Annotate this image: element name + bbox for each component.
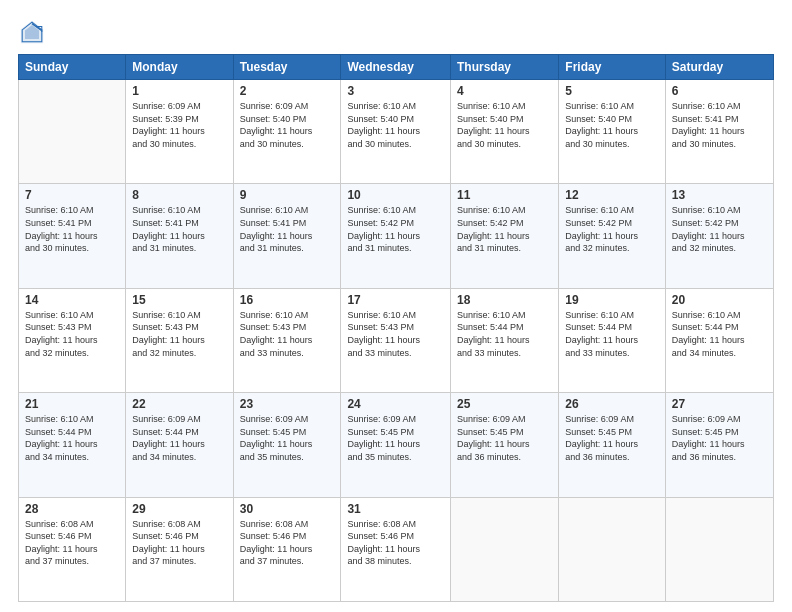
- day-info: Sunrise: 6:09 AM Sunset: 5:44 PM Dayligh…: [132, 413, 226, 463]
- calendar-cell: 22Sunrise: 6:09 AM Sunset: 5:44 PM Dayli…: [126, 393, 233, 497]
- day-number: 1: [132, 84, 226, 98]
- day-info: Sunrise: 6:09 AM Sunset: 5:39 PM Dayligh…: [132, 100, 226, 150]
- day-info: Sunrise: 6:10 AM Sunset: 5:43 PM Dayligh…: [347, 309, 444, 359]
- day-number: 10: [347, 188, 444, 202]
- logo: [18, 18, 50, 46]
- calendar-cell: 10Sunrise: 6:10 AM Sunset: 5:42 PM Dayli…: [341, 184, 451, 288]
- day-number: 8: [132, 188, 226, 202]
- header-row: Sunday Monday Tuesday Wednesday Thursday…: [19, 55, 774, 80]
- calendar-cell: 18Sunrise: 6:10 AM Sunset: 5:44 PM Dayli…: [451, 288, 559, 392]
- day-info: Sunrise: 6:10 AM Sunset: 5:42 PM Dayligh…: [457, 204, 552, 254]
- calendar-cell: 26Sunrise: 6:09 AM Sunset: 5:45 PM Dayli…: [559, 393, 666, 497]
- day-info: Sunrise: 6:10 AM Sunset: 5:40 PM Dayligh…: [565, 100, 659, 150]
- calendar-cell: 2Sunrise: 6:09 AM Sunset: 5:40 PM Daylig…: [233, 80, 341, 184]
- calendar-cell: 31Sunrise: 6:08 AM Sunset: 5:46 PM Dayli…: [341, 497, 451, 601]
- day-info: Sunrise: 6:10 AM Sunset: 5:41 PM Dayligh…: [25, 204, 119, 254]
- day-info: Sunrise: 6:09 AM Sunset: 5:45 PM Dayligh…: [347, 413, 444, 463]
- day-number: 7: [25, 188, 119, 202]
- day-number: 25: [457, 397, 552, 411]
- calendar-cell: 30Sunrise: 6:08 AM Sunset: 5:46 PM Dayli…: [233, 497, 341, 601]
- day-number: 13: [672, 188, 767, 202]
- week-row-2: 7Sunrise: 6:10 AM Sunset: 5:41 PM Daylig…: [19, 184, 774, 288]
- col-saturday: Saturday: [665, 55, 773, 80]
- day-info: Sunrise: 6:10 AM Sunset: 5:44 PM Dayligh…: [565, 309, 659, 359]
- day-number: 14: [25, 293, 119, 307]
- week-row-5: 28Sunrise: 6:08 AM Sunset: 5:46 PM Dayli…: [19, 497, 774, 601]
- calendar-cell: 12Sunrise: 6:10 AM Sunset: 5:42 PM Dayli…: [559, 184, 666, 288]
- day-info: Sunrise: 6:08 AM Sunset: 5:46 PM Dayligh…: [25, 518, 119, 568]
- day-number: 15: [132, 293, 226, 307]
- day-number: 12: [565, 188, 659, 202]
- day-number: 21: [25, 397, 119, 411]
- day-info: Sunrise: 6:10 AM Sunset: 5:43 PM Dayligh…: [25, 309, 119, 359]
- calendar-cell: 13Sunrise: 6:10 AM Sunset: 5:42 PM Dayli…: [665, 184, 773, 288]
- calendar-cell: 3Sunrise: 6:10 AM Sunset: 5:40 PM Daylig…: [341, 80, 451, 184]
- day-number: 29: [132, 502, 226, 516]
- day-number: 20: [672, 293, 767, 307]
- calendar-cell: 29Sunrise: 6:08 AM Sunset: 5:46 PM Dayli…: [126, 497, 233, 601]
- day-number: 6: [672, 84, 767, 98]
- calendar-cell: 24Sunrise: 6:09 AM Sunset: 5:45 PM Dayli…: [341, 393, 451, 497]
- calendar-cell: 6Sunrise: 6:10 AM Sunset: 5:41 PM Daylig…: [665, 80, 773, 184]
- day-number: 27: [672, 397, 767, 411]
- day-number: 9: [240, 188, 335, 202]
- day-number: 11: [457, 188, 552, 202]
- calendar-cell: 14Sunrise: 6:10 AM Sunset: 5:43 PM Dayli…: [19, 288, 126, 392]
- day-number: 2: [240, 84, 335, 98]
- calendar-cell: [19, 80, 126, 184]
- day-number: 26: [565, 397, 659, 411]
- calendar-cell: 17Sunrise: 6:10 AM Sunset: 5:43 PM Dayli…: [341, 288, 451, 392]
- calendar-cell: 21Sunrise: 6:10 AM Sunset: 5:44 PM Dayli…: [19, 393, 126, 497]
- day-info: Sunrise: 6:10 AM Sunset: 5:41 PM Dayligh…: [672, 100, 767, 150]
- day-info: Sunrise: 6:08 AM Sunset: 5:46 PM Dayligh…: [240, 518, 335, 568]
- day-number: 31: [347, 502, 444, 516]
- day-info: Sunrise: 6:10 AM Sunset: 5:40 PM Dayligh…: [457, 100, 552, 150]
- day-info: Sunrise: 6:10 AM Sunset: 5:44 PM Dayligh…: [672, 309, 767, 359]
- col-sunday: Sunday: [19, 55, 126, 80]
- day-number: 28: [25, 502, 119, 516]
- calendar-cell: [559, 497, 666, 601]
- day-number: 30: [240, 502, 335, 516]
- day-info: Sunrise: 6:10 AM Sunset: 5:44 PM Dayligh…: [25, 413, 119, 463]
- day-info: Sunrise: 6:09 AM Sunset: 5:45 PM Dayligh…: [240, 413, 335, 463]
- day-info: Sunrise: 6:10 AM Sunset: 5:43 PM Dayligh…: [132, 309, 226, 359]
- calendar-cell: 28Sunrise: 6:08 AM Sunset: 5:46 PM Dayli…: [19, 497, 126, 601]
- day-info: Sunrise: 6:10 AM Sunset: 5:42 PM Dayligh…: [347, 204, 444, 254]
- day-number: 3: [347, 84, 444, 98]
- calendar-cell: 8Sunrise: 6:10 AM Sunset: 5:41 PM Daylig…: [126, 184, 233, 288]
- calendar-cell: 15Sunrise: 6:10 AM Sunset: 5:43 PM Dayli…: [126, 288, 233, 392]
- day-info: Sunrise: 6:09 AM Sunset: 5:45 PM Dayligh…: [457, 413, 552, 463]
- week-row-1: 1Sunrise: 6:09 AM Sunset: 5:39 PM Daylig…: [19, 80, 774, 184]
- day-number: 19: [565, 293, 659, 307]
- day-info: Sunrise: 6:09 AM Sunset: 5:45 PM Dayligh…: [565, 413, 659, 463]
- calendar-cell: 7Sunrise: 6:10 AM Sunset: 5:41 PM Daylig…: [19, 184, 126, 288]
- calendar-cell: [665, 497, 773, 601]
- day-info: Sunrise: 6:10 AM Sunset: 5:42 PM Dayligh…: [565, 204, 659, 254]
- col-friday: Friday: [559, 55, 666, 80]
- day-info: Sunrise: 6:10 AM Sunset: 5:41 PM Dayligh…: [240, 204, 335, 254]
- day-number: 17: [347, 293, 444, 307]
- col-monday: Monday: [126, 55, 233, 80]
- day-number: 22: [132, 397, 226, 411]
- calendar-cell: [451, 497, 559, 601]
- calendar-cell: 11Sunrise: 6:10 AM Sunset: 5:42 PM Dayli…: [451, 184, 559, 288]
- day-info: Sunrise: 6:10 AM Sunset: 5:41 PM Dayligh…: [132, 204, 226, 254]
- calendar-cell: 23Sunrise: 6:09 AM Sunset: 5:45 PM Dayli…: [233, 393, 341, 497]
- week-row-4: 21Sunrise: 6:10 AM Sunset: 5:44 PM Dayli…: [19, 393, 774, 497]
- calendar-table: Sunday Monday Tuesday Wednesday Thursday…: [18, 54, 774, 602]
- week-row-3: 14Sunrise: 6:10 AM Sunset: 5:43 PM Dayli…: [19, 288, 774, 392]
- calendar-cell: 16Sunrise: 6:10 AM Sunset: 5:43 PM Dayli…: [233, 288, 341, 392]
- day-info: Sunrise: 6:10 AM Sunset: 5:43 PM Dayligh…: [240, 309, 335, 359]
- calendar-cell: 9Sunrise: 6:10 AM Sunset: 5:41 PM Daylig…: [233, 184, 341, 288]
- day-number: 24: [347, 397, 444, 411]
- day-info: Sunrise: 6:08 AM Sunset: 5:46 PM Dayligh…: [132, 518, 226, 568]
- day-info: Sunrise: 6:10 AM Sunset: 5:42 PM Dayligh…: [672, 204, 767, 254]
- day-info: Sunrise: 6:08 AM Sunset: 5:46 PM Dayligh…: [347, 518, 444, 568]
- day-info: Sunrise: 6:09 AM Sunset: 5:40 PM Dayligh…: [240, 100, 335, 150]
- calendar-cell: 19Sunrise: 6:10 AM Sunset: 5:44 PM Dayli…: [559, 288, 666, 392]
- day-number: 16: [240, 293, 335, 307]
- col-wednesday: Wednesday: [341, 55, 451, 80]
- calendar: Sunday Monday Tuesday Wednesday Thursday…: [18, 54, 774, 602]
- day-number: 23: [240, 397, 335, 411]
- calendar-cell: 27Sunrise: 6:09 AM Sunset: 5:45 PM Dayli…: [665, 393, 773, 497]
